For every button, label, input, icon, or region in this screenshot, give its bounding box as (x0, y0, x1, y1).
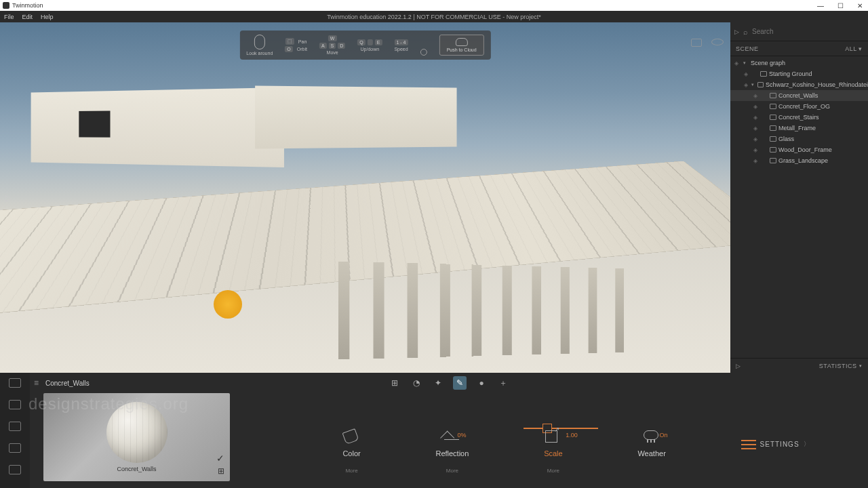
prop-reflection[interactable]: 0% Reflection More (435, 430, 469, 458)
menu-help[interactable]: Help (41, 14, 54, 20)
scene-search-row: ▷ ⌕ (730, 22, 868, 41)
viewport-3d[interactable]: ▷ Look around ⬚Pan OOrbit W ASD Move Q E… (0, 22, 730, 373)
sliders-icon (741, 439, 756, 449)
more-button[interactable]: More (345, 468, 357, 474)
chevron-right-icon: 〉 (804, 440, 810, 449)
tool-lasso-icon[interactable]: ◔ (410, 376, 423, 390)
tool-grid-icon[interactable]: ⊞ (388, 376, 401, 390)
material-sphere-icon (106, 402, 167, 463)
tool-picker-icon[interactable]: ✎ (453, 376, 467, 390)
menu-file[interactable]: File (4, 14, 14, 20)
scene-node[interactable]: ◈Starting Ground (730, 68, 868, 79)
scene-node[interactable]: ◈Glass (730, 134, 868, 144)
scene-panel: ▷ ⌕ SCENE ALL ▾ ◈▾ Scene graph ◈Starting… (730, 22, 868, 373)
scene-tree: ◈▾ Scene graph ◈Starting Ground◈▾Schwarz… (730, 56, 868, 358)
prop-scale[interactable]: 1.00 Scale More (544, 430, 563, 458)
window-controls: — ☐ ✕ (814, 2, 865, 9)
check-icon: ✓ (216, 453, 224, 464)
weather-icon (644, 430, 658, 440)
prop-color[interactable]: Color More (342, 430, 360, 458)
material-properties: Color More 0% Reflection More 1.00 Scale… (285, 400, 868, 488)
scene-header: SCENE ALL ▾ (730, 41, 868, 56)
app-name: Twinmotion (12, 2, 43, 9)
dock-menu-icon[interactable]: ≡ (34, 378, 39, 388)
bottom-dock: ≡ Concret_Walls ⊞ ◔ ✦ ✎ ● ＋ designstrate… (0, 373, 868, 488)
prop-weather[interactable]: On Weather (637, 430, 665, 458)
os-titlebar: Twinmotion — ☐ ✕ (0, 0, 868, 11)
object-icon (770, 104, 776, 109)
dock-cat-3-icon[interactable] (9, 422, 21, 431)
tool-wand-icon[interactable]: ✦ (431, 376, 445, 390)
scene-node[interactable]: ◈Grass_Landscape (730, 155, 868, 166)
material-name: Concret_Walls (117, 466, 156, 472)
window-title: Twinmotion education 2022.1.2 | NOT FOR … (327, 14, 540, 20)
close-button[interactable]: ✕ (854, 2, 865, 9)
more-button[interactable]: More (547, 468, 559, 474)
scene-node[interactable]: ◈Wood_Door_Frame (730, 144, 868, 155)
object-icon (770, 93, 776, 98)
object-icon (760, 71, 767, 77)
scale-icon (545, 430, 557, 443)
tool-add-icon[interactable]: ＋ (496, 376, 510, 390)
search-input[interactable] (752, 28, 864, 35)
minimize-button[interactable]: — (814, 2, 827, 9)
dock-category-rail (0, 373, 30, 488)
menu-bar: File Edit Help Twinmotion education 2022… (0, 11, 868, 22)
settings-button[interactable]: SETTINGS 〉 (741, 439, 810, 449)
grid-view-icon[interactable]: ⊞ (218, 466, 224, 476)
dock-cat-5-icon[interactable] (9, 465, 21, 474)
scene-node[interactable]: ◈Metall_Frame (730, 123, 868, 134)
object-icon (770, 125, 776, 131)
scene-node[interactable]: ◈▾Schwarz_Koshino_House_Rhinodatei (730, 79, 868, 90)
dock-cat-1-icon[interactable] (9, 378, 21, 388)
dock-cat-2-icon[interactable] (9, 400, 21, 409)
dock-tool-row: ⊞ ◔ ✦ ✎ ● ＋ (388, 376, 510, 390)
dock-header: ≡ Concret_Walls ⊞ ◔ ✦ ✎ ● ＋ (30, 373, 868, 393)
scene-filter-all[interactable]: ALL ▾ (845, 45, 863, 52)
dock-title: Concret_Walls (45, 380, 90, 387)
menu-edit[interactable]: Edit (22, 14, 33, 20)
more-button[interactable]: More (446, 468, 458, 474)
object-icon (757, 82, 763, 87)
scene-node[interactable]: ◈Concret_Stairs (730, 112, 868, 123)
object-icon (770, 147, 776, 152)
scene-node[interactable]: ◈Concret_Walls (730, 90, 868, 101)
search-icon: ⌕ (743, 28, 748, 36)
collapse-panel-button[interactable]: ▷ (734, 28, 739, 35)
object-icon (770, 136, 776, 142)
scene-graph-root[interactable]: ◈▾ Scene graph (730, 58, 868, 68)
main-area: ▷ Look around ⬚Pan OOrbit W ASD Move Q E… (0, 22, 868, 373)
object-icon (770, 158, 776, 163)
maximize-button[interactable]: ☐ (835, 2, 846, 9)
cursor-highlight-icon (214, 290, 242, 319)
material-preview-card[interactable]: Concret_Walls ✓ ⊞ (43, 393, 230, 481)
object-icon (770, 115, 776, 120)
tool-globe-icon[interactable]: ● (475, 376, 488, 390)
dock-cat-4-icon[interactable] (9, 443, 21, 453)
scene-node[interactable]: ◈Concret_Floor_OG (730, 101, 868, 112)
scale-slider[interactable] (524, 428, 598, 429)
rendered-scene (0, 22, 730, 373)
statistics-header[interactable]: ▷ STATISTICS ▾ (730, 358, 868, 373)
app-logo-icon (3, 2, 9, 9)
bucket-icon (342, 428, 359, 445)
